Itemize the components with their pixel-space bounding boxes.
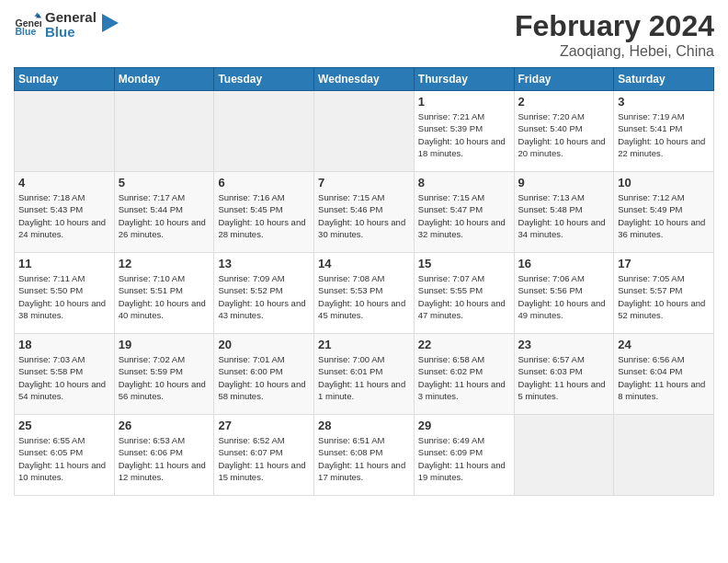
logo-arrow — [102, 9, 120, 40]
day-info: Sunrise: 7:18 AMSunset: 5:43 PMDaylight:… — [18, 191, 110, 240]
calendar-cell: 3Sunrise: 7:19 AMSunset: 5:41 PMDaylight… — [614, 91, 714, 172]
day-info: Sunrise: 7:00 AMSunset: 6:01 PMDaylight:… — [318, 353, 410, 402]
calendar-cell: 11Sunrise: 7:11 AMSunset: 5:50 PMDayligh… — [15, 253, 115, 334]
day-number: 18 — [18, 338, 110, 351]
day-info: Sunrise: 7:15 AMSunset: 5:47 PMDaylight:… — [418, 191, 510, 240]
day-number: 15 — [418, 257, 510, 270]
day-number: 17 — [618, 257, 710, 270]
svg-marker-4 — [102, 14, 119, 32]
day-number: 13 — [218, 257, 310, 270]
calendar-header-row: Sunday Monday Tuesday Wednesday Thursday… — [15, 68, 714, 91]
header-thursday: Thursday — [414, 68, 514, 91]
day-number: 19 — [119, 338, 210, 351]
day-info: Sunrise: 7:05 AMSunset: 5:57 PMDaylight:… — [618, 272, 710, 321]
month-title: February 2024 — [515, 9, 714, 43]
calendar-cell — [614, 415, 714, 496]
calendar-cell: 14Sunrise: 7:08 AMSunset: 5:53 PMDayligh… — [314, 253, 415, 334]
day-number: 10 — [618, 176, 710, 190]
logo-icon: General Blue — [14, 11, 41, 39]
day-number: 14 — [318, 257, 410, 270]
day-number: 16 — [518, 257, 610, 270]
day-number: 8 — [418, 176, 510, 190]
day-number: 7 — [318, 176, 410, 190]
day-number: 20 — [218, 338, 310, 351]
day-info: Sunrise: 7:01 AMSunset: 6:00 PMDaylight:… — [218, 353, 310, 402]
day-info: Sunrise: 7:09 AMSunset: 5:52 PMDaylight:… — [218, 272, 310, 321]
day-number: 22 — [418, 338, 510, 351]
day-info: Sunrise: 7:20 AMSunset: 5:40 PMDaylight:… — [518, 110, 610, 159]
calendar-cell: 27Sunrise: 6:52 AMSunset: 6:07 PMDayligh… — [214, 415, 314, 496]
header-tuesday: Tuesday — [214, 68, 314, 91]
day-info: Sunrise: 6:51 AMSunset: 6:08 PMDaylight:… — [318, 434, 410, 483]
calendar-cell: 23Sunrise: 6:57 AMSunset: 6:03 PMDayligh… — [514, 334, 614, 415]
location: Zaoqiang, Hebei, China — [515, 43, 714, 60]
calendar-cell: 19Sunrise: 7:02 AMSunset: 5:59 PMDayligh… — [114, 334, 214, 415]
calendar-cell: 15Sunrise: 7:07 AMSunset: 5:55 PMDayligh… — [414, 253, 514, 334]
calendar-cell: 9Sunrise: 7:13 AMSunset: 5:48 PMDaylight… — [514, 172, 614, 253]
calendar-cell: 6Sunrise: 7:16 AMSunset: 5:45 PMDaylight… — [214, 172, 314, 253]
day-number: 28 — [318, 419, 410, 432]
day-number: 1 — [418, 95, 510, 109]
calendar-cell: 28Sunrise: 6:51 AMSunset: 6:08 PMDayligh… — [314, 415, 415, 496]
day-info: Sunrise: 7:21 AMSunset: 5:39 PMDaylight:… — [418, 110, 510, 159]
week-row-5: 25Sunrise: 6:55 AMSunset: 6:05 PMDayligh… — [15, 415, 714, 496]
day-number: 6 — [218, 176, 310, 190]
week-row-1: 1Sunrise: 7:21 AMSunset: 5:39 PMDaylight… — [15, 91, 714, 172]
calendar-cell: 2Sunrise: 7:20 AMSunset: 5:40 PMDaylight… — [514, 91, 614, 172]
day-info: Sunrise: 7:08 AMSunset: 5:53 PMDaylight:… — [318, 272, 410, 321]
week-row-3: 11Sunrise: 7:11 AMSunset: 5:50 PMDayligh… — [15, 253, 714, 334]
header-saturday: Saturday — [614, 68, 714, 91]
day-info: Sunrise: 7:19 AMSunset: 5:41 PMDaylight:… — [618, 110, 710, 159]
header-friday: Friday — [514, 68, 614, 91]
header-sunday: Sunday — [15, 68, 115, 91]
day-info: Sunrise: 6:58 AMSunset: 6:02 PMDaylight:… — [418, 353, 510, 402]
day-info: Sunrise: 7:12 AMSunset: 5:49 PMDaylight:… — [618, 191, 710, 240]
day-info: Sunrise: 6:57 AMSunset: 6:03 PMDaylight:… — [518, 353, 610, 402]
day-number: 11 — [18, 257, 110, 270]
day-info: Sunrise: 7:10 AMSunset: 5:51 PMDaylight:… — [119, 272, 210, 321]
calendar-cell — [15, 91, 115, 172]
title-area: February 2024 Zaoqiang, Hebei, China — [515, 9, 714, 60]
calendar-cell: 5Sunrise: 7:17 AMSunset: 5:44 PMDaylight… — [114, 172, 214, 253]
week-row-2: 4Sunrise: 7:18 AMSunset: 5:43 PMDaylight… — [15, 172, 714, 253]
calendar-cell: 7Sunrise: 7:15 AMSunset: 5:46 PMDaylight… — [314, 172, 415, 253]
day-info: Sunrise: 6:53 AMSunset: 6:06 PMDaylight:… — [119, 434, 210, 483]
calendar-cell: 21Sunrise: 7:00 AMSunset: 6:01 PMDayligh… — [314, 334, 415, 415]
day-info: Sunrise: 7:03 AMSunset: 5:58 PMDaylight:… — [18, 353, 110, 402]
header: General Blue General Blue February 2024 … — [14, 9, 714, 60]
day-number: 25 — [18, 419, 110, 432]
day-info: Sunrise: 7:06 AMSunset: 5:56 PMDaylight:… — [518, 272, 610, 321]
calendar-cell: 20Sunrise: 7:01 AMSunset: 6:00 PMDayligh… — [214, 334, 314, 415]
calendar-cell — [114, 91, 214, 172]
day-number: 3 — [618, 95, 710, 109]
day-info: Sunrise: 6:55 AMSunset: 6:05 PMDaylight:… — [18, 434, 110, 483]
day-info: Sunrise: 6:49 AMSunset: 6:09 PMDaylight:… — [418, 434, 510, 483]
day-number: 9 — [518, 176, 610, 190]
logo-wordmark: General Blue — [45, 10, 97, 40]
day-info: Sunrise: 7:16 AMSunset: 5:45 PMDaylight:… — [218, 191, 310, 240]
calendar-cell — [214, 91, 314, 172]
logo: General Blue General Blue — [14, 9, 120, 40]
day-number: 23 — [518, 338, 610, 351]
day-info: Sunrise: 7:17 AMSunset: 5:44 PMDaylight:… — [119, 191, 210, 240]
calendar-cell: 22Sunrise: 6:58 AMSunset: 6:02 PMDayligh… — [414, 334, 514, 415]
day-info: Sunrise: 7:07 AMSunset: 5:55 PMDaylight:… — [418, 272, 510, 321]
day-number: 12 — [119, 257, 210, 270]
calendar-cell: 16Sunrise: 7:06 AMSunset: 5:56 PMDayligh… — [514, 253, 614, 334]
day-info: Sunrise: 6:52 AMSunset: 6:07 PMDaylight:… — [218, 434, 310, 483]
calendar-cell: 29Sunrise: 6:49 AMSunset: 6:09 PMDayligh… — [414, 415, 514, 496]
day-number: 4 — [18, 176, 110, 190]
calendar-cell: 12Sunrise: 7:10 AMSunset: 5:51 PMDayligh… — [114, 253, 214, 334]
day-number: 24 — [618, 338, 710, 351]
calendar-cell: 26Sunrise: 6:53 AMSunset: 6:06 PMDayligh… — [114, 415, 214, 496]
calendar-cell: 17Sunrise: 7:05 AMSunset: 5:57 PMDayligh… — [614, 253, 714, 334]
calendar-cell: 24Sunrise: 6:56 AMSunset: 6:04 PMDayligh… — [614, 334, 714, 415]
calendar: Sunday Monday Tuesday Wednesday Thursday… — [14, 67, 714, 496]
header-wednesday: Wednesday — [314, 68, 415, 91]
svg-text:Blue: Blue — [16, 26, 37, 37]
week-row-4: 18Sunrise: 7:03 AMSunset: 5:58 PMDayligh… — [15, 334, 714, 415]
day-info: Sunrise: 7:11 AMSunset: 5:50 PMDaylight:… — [18, 272, 110, 321]
calendar-cell — [314, 91, 415, 172]
day-info: Sunrise: 7:15 AMSunset: 5:46 PMDaylight:… — [318, 191, 410, 240]
calendar-cell — [514, 415, 614, 496]
